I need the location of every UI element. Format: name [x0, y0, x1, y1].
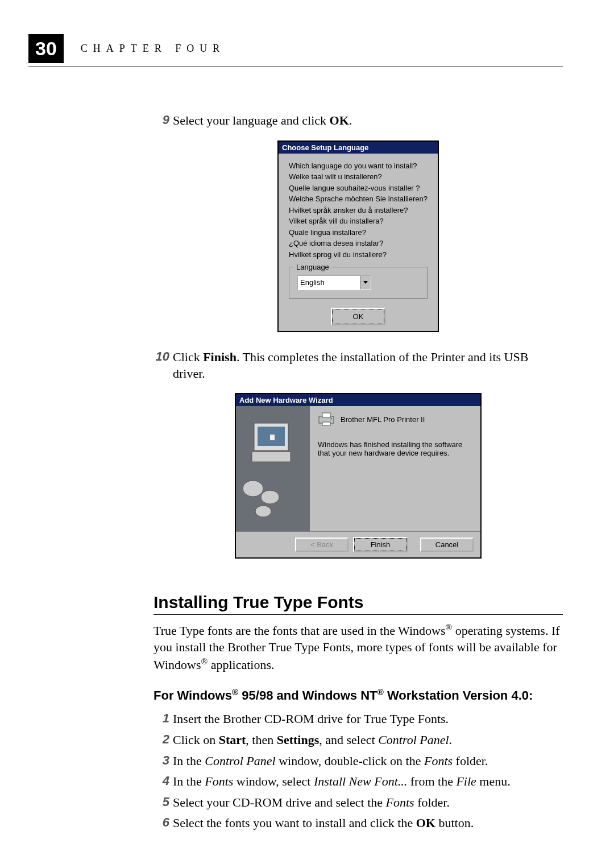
- step-3-text: In the Control Panel window, double-clic…: [173, 753, 563, 770]
- step-4-text: In the Fonts window, select Install New …: [173, 774, 563, 790]
- language-select[interactable]: English: [297, 275, 371, 290]
- step-9-text: Select your language and click OK.: [173, 113, 563, 129]
- list-step-2: 2 Click on Start, then Settings, and sel…: [154, 732, 563, 749]
- list-step-4: 4 In the Fonts window, select Install Ne…: [154, 774, 563, 790]
- lang-line: Welke taal wilt u installeren?: [289, 171, 428, 183]
- page-header: 30 CHAPTER FOUR: [28, 34, 563, 67]
- add-new-hardware-wizard-dialog: Add New Hardware Wizard: [235, 393, 482, 559]
- lang-line: Vilket språk vill du installera?: [289, 216, 428, 227]
- printer-icon: [318, 412, 335, 427]
- step-1-text: Insert the Brother CD-ROM drive for True…: [173, 711, 563, 728]
- section-paragraph: True Type fonts are the fonts that are u…: [154, 622, 563, 673]
- step-number-6: 6: [154, 815, 169, 830]
- step-10: 10 Click Finish. This completes the inst…: [154, 349, 563, 382]
- list-step-1: 1 Insert the Brother CD-ROM drive for Tr…: [154, 711, 563, 728]
- step-2-text: Click on Start, then Settings, and selec…: [173, 732, 563, 749]
- svg-rect-9: [322, 422, 330, 425]
- step-number-2: 2: [154, 732, 169, 747]
- finish-button[interactable]: Finish: [354, 538, 406, 551]
- section-rule: [154, 614, 563, 615]
- svg-rect-8: [322, 413, 330, 418]
- step-number-9: 9: [154, 113, 169, 127]
- registered-icon: ®: [232, 687, 238, 697]
- lang-line: Hvilket språk ønsker du å installere?: [289, 205, 428, 216]
- svg-point-5: [261, 490, 279, 504]
- step-9: 9 Select your language and click OK.: [154, 113, 563, 129]
- lang-line: Quelle langue souhaitez-vous installer ?: [289, 183, 428, 194]
- step-number-1: 1: [154, 711, 169, 726]
- language-select-value: English: [300, 278, 325, 287]
- dialog-title-wizard: Add New Hardware Wizard: [236, 394, 480, 406]
- step-5-text: Select your CD-ROM drive and select the …: [173, 795, 563, 811]
- back-button: < Back: [295, 538, 349, 552]
- wizard-product-row: Brother MFL Pro Printer II: [318, 412, 472, 427]
- step-number-3: 3: [154, 753, 169, 768]
- dialog-title-language: Choose Setup Language: [279, 142, 438, 154]
- list-step-3: 3 In the Control Panel window, double-cl…: [154, 753, 563, 770]
- page-number: 30: [28, 34, 64, 63]
- lang-line: Welche Sprache möchten Sie installieren?: [289, 193, 428, 205]
- svg-point-10: [331, 418, 333, 420]
- language-group-label: Language: [294, 262, 331, 273]
- computer-hardware-icon: [236, 406, 310, 531]
- list-step-5: 5 Select your CD-ROM drive and select th…: [154, 795, 563, 811]
- wizard-product-name: Brother MFL Pro Printer II: [341, 415, 425, 424]
- language-groupbox: Language English: [289, 267, 428, 299]
- list-step-6: 6 Select the fonts you want to install a…: [154, 815, 563, 832]
- registered-icon: ®: [377, 687, 384, 697]
- lang-line: Which language do you want to install?: [289, 160, 428, 172]
- wizard-message: Windows has finished installing the soft…: [318, 440, 472, 457]
- choose-language-dialog: Choose Setup Language Which language do …: [277, 140, 439, 333]
- lang-line: ¿Qué idioma desea instalar?: [289, 238, 428, 249]
- step-number-4: 4: [154, 774, 169, 788]
- chevron-down-icon[interactable]: [360, 276, 371, 290]
- step-number-10: 10: [154, 349, 169, 364]
- svg-rect-3: [252, 452, 291, 462]
- subheading-for-windows: For Windows® 95/98 and Windows NT® Works…: [154, 687, 563, 704]
- chapter-label: CHAPTER FOUR: [81, 43, 226, 55]
- lang-line: Quale lingua installare?: [289, 227, 428, 238]
- step-number-5: 5: [154, 795, 169, 809]
- wizard-side-graphic: [236, 406, 310, 531]
- cancel-button[interactable]: Cancel: [420, 538, 474, 552]
- step-6-text: Select the fonts you want to install and…: [173, 815, 563, 832]
- registered-icon: ®: [445, 622, 452, 632]
- step-10-text: Click Finish. This completes the install…: [173, 349, 563, 382]
- svg-point-4: [243, 481, 263, 497]
- ok-button[interactable]: OK: [332, 309, 384, 325]
- svg-rect-2: [270, 435, 275, 440]
- svg-point-6: [255, 506, 271, 517]
- lang-line: Hvilket sprog vil du installere?: [289, 249, 428, 261]
- section-heading-installing-truetype-fonts: Installing True Type Fonts: [154, 593, 563, 612]
- registered-icon: ®: [201, 656, 208, 666]
